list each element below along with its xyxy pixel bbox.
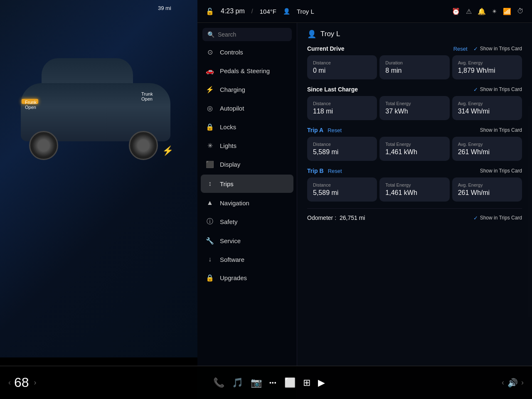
alarm-icon: ⏰ — [452, 7, 460, 15]
nav-label-controls: Controls — [220, 49, 243, 56]
odometer-show-trips: ✓ Show in Trips Card — [473, 215, 522, 221]
nav-label-lights: Lights — [220, 142, 236, 149]
taskbar-right: ‹ 🔊 › — [502, 378, 524, 388]
nav-label-charging: Charging — [220, 86, 245, 93]
pedals-icon: 🚗 — [206, 67, 214, 75]
nav-item-locks[interactable]: 🔒 Locks — [197, 118, 297, 136]
stat-label: Distance — [313, 142, 371, 147]
current-drive-check: ✓ — [473, 46, 478, 52]
trip-a-show-trips: Show in Trips Card — [480, 127, 522, 133]
nav-item-upgrades[interactable]: 🔒 Upgrades — [197, 268, 297, 287]
current-drive-stats: Distance 0 mi Duration 8 min Avg. Energy… — [307, 55, 522, 79]
stat-label: Distance — [313, 101, 371, 106]
trip-a-header: Trip A Reset Show in Trips Card — [307, 127, 522, 133]
stat-card: Avg. Energy 261 Wh/mi — [452, 137, 522, 161]
trip-b-show-trips: Show in Trips Card — [480, 168, 522, 174]
bluetooth-icon: ✴ — [492, 7, 497, 15]
service-icon: 🔧 — [206, 237, 214, 245]
status-icons-right: ⏰ ⚠ 🔔 ✴ 📶 ⏱ — [452, 7, 524, 15]
stat-card: Avg. Energy 314 Wh/mi — [452, 96, 522, 120]
search-wrapper[interactable]: 🔍 — [202, 28, 292, 41]
trip-a-reset[interactable]: Reset — [328, 127, 342, 133]
taskbar-arrow-left[interactable]: ‹ — [8, 378, 11, 387]
nav-label-software: Software — [220, 256, 244, 263]
music-bars-icon[interactable]: 🎵 — [232, 377, 243, 388]
software-icon: ↓ — [206, 256, 214, 263]
stat-value: 118 mi — [313, 108, 371, 115]
nav-item-lights[interactable]: ✳ Lights — [197, 136, 297, 155]
nav-item-display[interactable]: ⬛ Display — [197, 155, 297, 174]
grid-icon[interactable]: ⊞ — [303, 377, 310, 388]
nav-item-software[interactable]: ↓ Software — [197, 250, 297, 268]
trip-a-actions: Show in Trips Card — [480, 127, 522, 133]
stat-card: Total Energy 37 kWh — [379, 96, 449, 120]
stat-card: Total Energy 1,461 kWh — [379, 137, 449, 161]
trip-a-section: Trip A Reset Show in Trips Card Distance… — [307, 127, 522, 161]
taskbar-icons: 📞 🎵 📷 ••• ⬜ ⊞ ▶ — [37, 377, 502, 388]
volume-icon[interactable]: 🔊 — [507, 378, 518, 388]
stat-value: 261 Wh/mi — [458, 148, 516, 156]
nav-label-upgrades: Upgrades — [220, 274, 247, 281]
stat-value: 1,879 Wh/mi — [458, 67, 516, 74]
volume-arrow-left[interactable]: ‹ — [502, 378, 504, 387]
lights-icon: ✳ — [206, 142, 214, 150]
nav-item-trips[interactable]: ↕ Trips — [201, 175, 293, 193]
media-icon[interactable]: ▶ — [318, 377, 325, 388]
stat-value: 5,589 mi — [313, 189, 371, 197]
nav-label-safety: Safety — [220, 218, 238, 225]
profile-header: 👤 Troy L — [307, 30, 522, 39]
stat-label: Distance — [313, 60, 371, 65]
trip-b-actions: Show in Trips Card — [480, 168, 522, 174]
lock-icon: 🔓 — [206, 7, 214, 15]
taskbar-left: ‹ 68 › — [8, 375, 37, 390]
stat-value: 1,461 kWh — [385, 148, 443, 156]
bell-icon: 🔔 — [478, 7, 486, 15]
screen-icon[interactable]: ⬜ — [284, 377, 296, 388]
stat-label: Total Energy — [385, 182, 443, 187]
phone-icon[interactable]: 📞 — [213, 377, 224, 388]
since-last-charge-section: Since Last Charge ✓ Show in Trips Card D… — [307, 86, 522, 120]
nav-item-controls[interactable]: ⊙ Controls — [197, 43, 297, 62]
current-drive-title: Current Drive — [307, 45, 344, 52]
lightning-icon: ⚡ — [162, 145, 173, 156]
nav-item-safety[interactable]: ⓘ Safety — [197, 212, 297, 232]
since-last-charge-check: ✓ — [473, 86, 478, 93]
stat-value: 5,589 mi — [313, 148, 371, 156]
taskbar: ‹ 68 › 📞 🎵 📷 ••• ⬜ ⊞ ▶ ‹ 🔊 › — [0, 366, 532, 399]
stat-card: Duration 8 min — [379, 55, 449, 79]
stat-value: 37 kWh — [385, 108, 443, 115]
since-last-charge-title: Since Last Charge — [307, 86, 358, 93]
search-input[interactable] — [218, 31, 287, 38]
trip-b-reset[interactable]: Reset — [328, 168, 342, 174]
nav-item-service[interactable]: 🔧 Service — [197, 232, 297, 250]
nav-item-navigation[interactable]: ▲ Navigation — [197, 194, 297, 212]
trip-b-stats: Distance 5,589 mi Total Energy 1,461 kWh… — [307, 177, 522, 202]
since-last-charge-actions: ✓ Show in Trips Card — [473, 86, 522, 93]
autopilot-icon: ◎ — [206, 104, 214, 112]
nav-label-autopilot: Autopilot — [220, 105, 244, 112]
camera-icon[interactable]: 📷 — [251, 377, 262, 388]
odometer-section: Odometer : 26,751 mi ✓ Show in Trips Car… — [307, 208, 522, 223]
stat-value: 314 Wh/mi — [458, 108, 516, 115]
volume-arrow-right[interactable]: › — [521, 378, 524, 387]
since-last-charge-show-trips: ✓ Show in Trips Card — [473, 86, 522, 93]
current-drive-reset[interactable]: Reset — [453, 46, 468, 52]
since-last-charge-header: Since Last Charge ✓ Show in Trips Card — [307, 86, 522, 93]
nav-item-charging[interactable]: ⚡ Charging — [197, 80, 297, 99]
more-dots-icon[interactable]: ••• — [269, 379, 277, 386]
nav-label-service: Service — [220, 237, 241, 244]
display-icon: ⬛ — [206, 160, 214, 168]
stat-value: 8 min — [385, 67, 443, 74]
stat-label: Total Energy — [385, 142, 443, 147]
trip-b-title: Trip B — [307, 167, 324, 174]
nav-label-pedals: Pedals & Steering — [220, 67, 270, 74]
status-username: Troy L — [297, 8, 314, 15]
nav-item-autopilot[interactable]: ◎ Autopilot — [197, 99, 297, 118]
nav-item-pedals[interactable]: 🚗 Pedals & Steering — [197, 62, 297, 80]
speed-display: 68 — [14, 375, 29, 390]
stat-card: Avg. Energy 261 Wh/mi — [452, 177, 522, 202]
charging-icon: ⚡ — [206, 86, 214, 94]
upgrades-icon: 🔒 — [206, 274, 214, 282]
stat-card: Total Energy 1,461 kWh — [379, 177, 449, 202]
trunk-label: TrunkOpen — [141, 91, 153, 101]
